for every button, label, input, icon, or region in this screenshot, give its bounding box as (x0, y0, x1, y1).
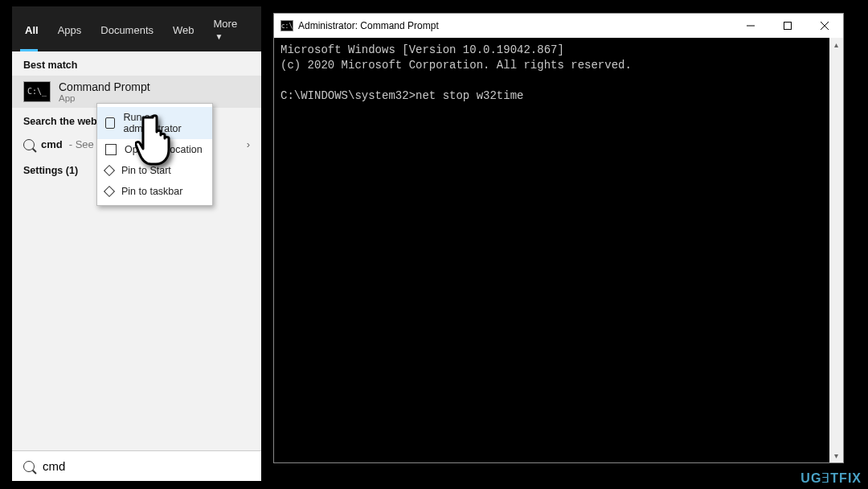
windows-search-panel: All Apps Documents Web More ▼ Best match… (12, 6, 261, 481)
shield-icon (105, 117, 115, 129)
maximize-button[interactable] (769, 14, 806, 38)
close-button[interactable] (806, 14, 843, 38)
best-match-subtitle: App (59, 93, 150, 103)
minimize-button[interactable] (732, 14, 769, 38)
tab-more-label: More (214, 18, 238, 30)
search-icon (23, 461, 35, 472)
web-query: cmd (41, 138, 63, 150)
pin-icon (104, 186, 115, 197)
tab-more[interactable]: More ▼ (206, 14, 256, 45)
command-prompt-icon: C:\_ (23, 81, 51, 102)
svg-rect-1 (784, 23, 792, 30)
search-tabs: All Apps Documents Web More ▼ (12, 6, 261, 51)
menu-item-label: Pin to taskbar (121, 186, 182, 197)
best-match-text: Command Prompt App (59, 80, 150, 103)
pin-icon (104, 165, 115, 176)
watermark: UGƎTFIX (800, 471, 862, 486)
scroll-down-icon[interactable]: ▾ (829, 449, 843, 462)
section-best-match: Best match (12, 51, 261, 76)
tab-all[interactable]: All (17, 21, 47, 39)
terminal-command: net stop w32time (416, 89, 523, 102)
window-titlebar[interactable]: c:\ Administrator: Command Prompt (274, 14, 843, 38)
pointer-cursor-icon (135, 113, 186, 175)
chevron-down-icon: ▼ (215, 32, 223, 41)
terminal-line: Microsoft Windows [Version 10.0.19042.86… (280, 43, 564, 56)
menu-pin-to-taskbar[interactable]: Pin to taskbar (97, 181, 212, 202)
tab-apps[interactable]: Apps (50, 21, 90, 39)
terminal-prompt: C:\WINDOWS\system32> (280, 89, 416, 102)
folder-icon (105, 144, 117, 155)
window-controls (732, 14, 843, 38)
search-input[interactable] (43, 459, 250, 473)
tab-documents[interactable]: Documents (92, 21, 162, 39)
command-prompt-window: c:\ Administrator: Command Prompt Micros… (273, 13, 844, 463)
window-title: Administrator: Command Prompt (298, 20, 439, 31)
best-match-title: Command Prompt (59, 80, 150, 93)
terminal-body[interactable]: Microsoft Windows [Version 10.0.19042.86… (274, 38, 829, 462)
scrollbar[interactable]: ▴ ▾ (829, 38, 843, 462)
search-icon (23, 139, 35, 150)
command-prompt-icon: c:\ (280, 20, 293, 31)
scroll-up-icon[interactable]: ▴ (829, 38, 843, 51)
search-input-bar (12, 450, 261, 481)
tab-web[interactable]: Web (165, 21, 203, 39)
terminal-line: (c) 2020 Microsoft Corporation. All righ… (280, 59, 632, 72)
chevron-right-icon: › (247, 138, 250, 150)
